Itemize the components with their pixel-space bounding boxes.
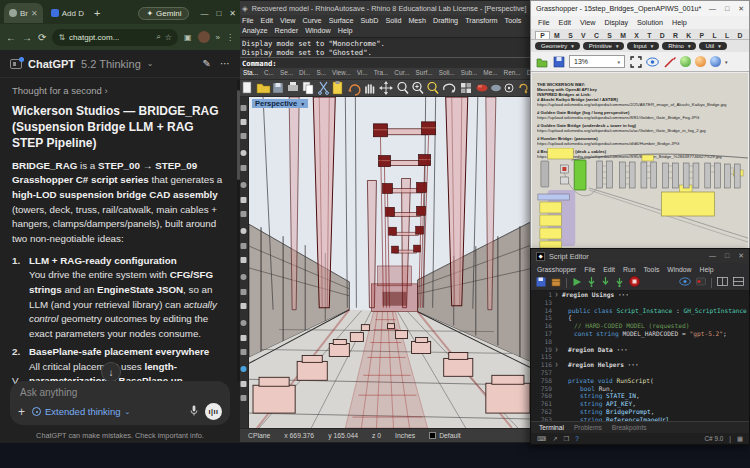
zoom-extents-icon[interactable]: [629, 55, 642, 68]
gh-category-tab[interactable]: K: [682, 32, 695, 39]
rhino-perspective-viewport[interactable]: Perspective▼: [249, 97, 534, 428]
rhino-menu-item[interactable]: Surface: [329, 16, 354, 26]
stop-icon[interactable]: [629, 276, 640, 289]
thinking-mode-selector[interactable]: Extended thinking ⌄: [32, 406, 130, 417]
back-icon[interactable]: ←: [6, 32, 16, 43]
rhino-command-prompt[interactable]: Command:: [238, 57, 534, 68]
browser-tab-active[interactable]: Br ✕: [4, 3, 43, 23]
gh-maximize-button[interactable]: □: [725, 5, 729, 13]
browser-maximize-button[interactable]: □: [216, 9, 221, 18]
move-icon[interactable]: [379, 81, 393, 95]
lock-object-icon[interactable]: [520, 84, 527, 93]
gh-menu-item[interactable]: Display: [604, 18, 628, 27]
rhino-toolbar-tab[interactable]: Soli...: [439, 69, 455, 78]
gh-category-tab[interactable]: R: [669, 32, 682, 39]
grasshopper-titlebar[interactable]: Grasshopper - 15step_Bridges_OpenAPIWS_0…: [531, 1, 749, 16]
gh-category-tab[interactable]: L: [708, 32, 721, 39]
rhino-toolbar-tab[interactable]: Sta...: [243, 69, 258, 78]
step-over-icon[interactable]: [615, 277, 624, 289]
grasshopper-canvas[interactable]: THE WICKERSON WAY:Massing with OpenAI AP…: [532, 73, 748, 248]
se-menu-item[interactable]: Tools: [643, 266, 659, 273]
se-menu-item[interactable]: Edit: [603, 266, 615, 273]
gh-category-tab[interactable]: S: [564, 32, 577, 39]
rhino-toolbar-tab[interactable]: Tra...: [374, 69, 389, 78]
gh-menu-item[interactable]: File: [538, 18, 550, 27]
microphone-icon[interactable]: [190, 405, 198, 418]
gh-category-tab[interactable]: X: [630, 32, 643, 39]
rhino-menu-item[interactable]: Window: [305, 26, 331, 36]
image-preview-icon[interactable]: ▦: [737, 435, 743, 443]
composer-placeholder[interactable]: Ask anything: [20, 387, 220, 398]
rhino-menu-item[interactable]: Solid: [385, 16, 401, 26]
se-minimize-button[interactable]: —: [709, 252, 716, 260]
se-menu-item[interactable]: Grasshopper: [537, 266, 576, 273]
print-icon[interactable]: [288, 82, 298, 91]
browser-minimize-button[interactable]: —: [200, 9, 208, 18]
run-script-icon[interactable]: [572, 277, 582, 289]
se-close-button[interactable]: ✕: [738, 252, 744, 260]
gh-category-tab[interactable]: V: [577, 32, 590, 39]
rhino-menu-item[interactable]: View: [280, 16, 295, 26]
sidebar-toggle-icon[interactable]: [10, 59, 22, 69]
gh-subcategory-pill[interactable]: Rhino▾: [662, 42, 696, 50]
new-tab-button[interactable]: +: [94, 7, 100, 19]
gh-subcategory-pill[interactable]: Primitive▾: [583, 42, 625, 50]
rhino-menu-item[interactable]: Mesh: [408, 16, 426, 26]
reload-icon[interactable]: ⟳: [38, 32, 46, 43]
model-version[interactable]: 5.2 Thinking: [81, 58, 141, 70]
save-icon[interactable]: [273, 83, 283, 93]
rhino-menu-item[interactable]: Analyze: [242, 26, 268, 36]
export-icon[interactable]: ↗: [552, 435, 557, 443]
gh-menu-item[interactable]: Help: [672, 18, 687, 27]
attach-button[interactable]: +: [18, 405, 25, 419]
copy-log-icon[interactable]: ❐: [564, 435, 570, 443]
rhino-toolbar-tab[interactable]: Cur...: [394, 69, 409, 78]
rhino-toolbar-tab[interactable]: S...: [316, 69, 326, 78]
rhino-toolbar-tab[interactable]: Vi...: [357, 69, 368, 78]
gh-subcategory-pill[interactable]: Geometry▾: [535, 42, 580, 50]
gh-close-button[interactable]: ✕: [738, 5, 744, 13]
rhino-toolbar-tab[interactable]: Surf...: [416, 69, 433, 78]
gumball-orange-icon[interactable]: [695, 56, 706, 67]
rhino-menu-item[interactable]: Transform: [465, 16, 497, 26]
new-file-icon[interactable]: [243, 82, 251, 93]
rhino-menu-item[interactable]: Edit: [261, 16, 273, 26]
fold-arrow-icon[interactable]: ❯: [555, 346, 562, 354]
se-menu-item[interactable]: Help: [700, 266, 714, 273]
voice-mode-button[interactable]: ı|ıı: [205, 403, 222, 420]
editor-panel-tab[interactable]: Breakpoints: [612, 424, 647, 431]
profile-avatar[interactable]: [198, 31, 210, 43]
rhino-menu-item[interactable]: File: [242, 16, 254, 26]
browser-close-button[interactable]: ✕: [229, 9, 236, 18]
rhino-toolbar-tab[interactable]: Se...: [280, 69, 293, 78]
gemini-button[interactable]: ✦ Gemini: [138, 7, 189, 20]
cut-icon[interactable]: [319, 82, 329, 94]
rhino-menu-item[interactable]: Render: [275, 26, 299, 36]
gumball-green-icon[interactable]: [680, 56, 691, 67]
viewport-layout-icon[interactable]: [461, 83, 471, 93]
editor-panel-tab[interactable]: Problems: [574, 424, 602, 431]
thought-duration[interactable]: Thought for a second ›: [12, 85, 225, 96]
site-settings-icon[interactable]: ⇅: [58, 33, 65, 42]
viewport-menu-arrow-icon[interactable]: ▼: [300, 101, 305, 107]
code-editor[interactable]: 1❯#region Usings ···1314public class Scr…: [531, 291, 749, 421]
rhino-toolbar-tab[interactable]: View...: [332, 69, 351, 78]
rhino-toolbar-tab[interactable]: Sub...: [461, 69, 478, 78]
gh-category-tab[interactable]: S: [603, 32, 616, 39]
debug-continue-icon[interactable]: [587, 277, 596, 289]
status-layer[interactable]: Default: [429, 432, 461, 439]
status-units[interactable]: Inches: [395, 432, 415, 439]
fold-arrow-icon[interactable]: ❯: [555, 361, 562, 369]
address-bar[interactable]: ⇅ chatgpt.com... ⌕ ☆: [52, 29, 178, 46]
rhino-titlebar[interactable]: ◈ Recovered model - RhinoAutosave - Rhin…: [238, 1, 534, 15]
gh-category-tab[interactable]: D: [656, 32, 669, 39]
copy-icon[interactable]: [303, 82, 313, 94]
rhino-menu-item[interactable]: Help: [338, 26, 353, 36]
rhino-toolbar-tab[interactable]: Ren...: [504, 69, 521, 78]
gh-minimize-button[interactable]: —: [709, 5, 716, 13]
rhino-menu-item[interactable]: Curve: [302, 16, 321, 26]
open-file-icon[interactable]: [257, 84, 270, 93]
preview-eye-icon[interactable]: [646, 55, 659, 68]
render-icon[interactable]: [477, 85, 488, 92]
se-maximize-button[interactable]: □: [725, 252, 729, 260]
